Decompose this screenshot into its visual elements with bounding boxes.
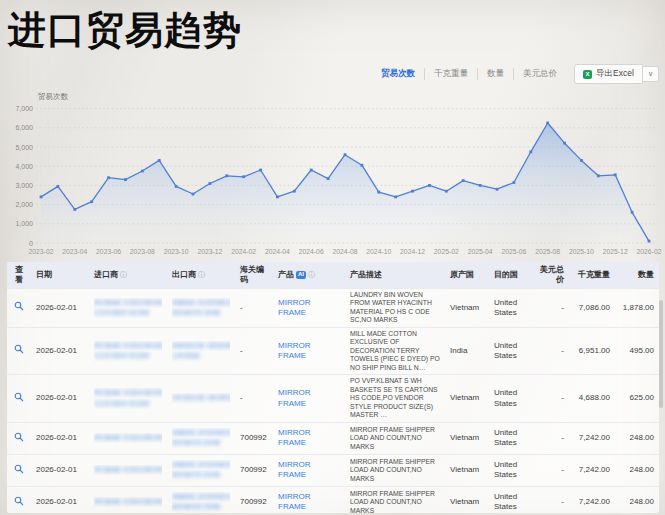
data-point[interactable]	[563, 142, 566, 145]
cell-importer[interactable]: RCBAE KSDOEHN I NC	[89, 422, 167, 454]
data-point[interactable]	[394, 196, 397, 199]
data-point[interactable]	[158, 159, 161, 162]
view-details-icon[interactable]	[14, 344, 24, 357]
y-axis-tick: 6,000	[15, 124, 33, 131]
data-point[interactable]	[73, 208, 76, 211]
data-point[interactable]	[462, 179, 465, 182]
data-point[interactable]	[546, 122, 549, 125]
column-header-label: 原产国	[450, 270, 474, 279]
export-dropdown-button[interactable]: ∨	[643, 66, 659, 82]
export-excel-button[interactable]: X 导出Excel	[574, 64, 643, 84]
data-point[interactable]	[445, 190, 448, 193]
data-point[interactable]	[360, 164, 363, 167]
cell-importer[interactable]: RCBAE KSDOEHN I NC	[89, 454, 167, 486]
data-point[interactable]	[479, 184, 482, 187]
data-point[interactable]	[107, 176, 110, 179]
data-point[interactable]	[242, 175, 245, 178]
column-header-label: 海关编码	[240, 265, 264, 284]
data-point[interactable]	[496, 188, 499, 191]
product-link[interactable]: MIRROR FRAME	[278, 298, 310, 317]
cell-exporter[interactable]: INBSK EODNKS VIEKWOS DHE	[167, 454, 235, 486]
cell-hs-code: 700992	[235, 454, 273, 486]
x-axis-tick: 2024-12	[400, 248, 425, 255]
cell-product: MIRROR FRAME	[273, 454, 345, 486]
info-icon[interactable]: ⓘ	[198, 271, 205, 278]
view-details-icon[interactable]	[14, 464, 24, 477]
data-point[interactable]	[56, 185, 59, 188]
data-point[interactable]	[141, 170, 144, 173]
tab-metric-3[interactable]: 美元总价	[513, 68, 566, 80]
data-point[interactable]	[344, 153, 347, 156]
data-point[interactable]	[580, 159, 583, 162]
redacted-text: RCBAE KSDOEHN I	[94, 388, 162, 397]
info-icon[interactable]: ⓘ	[308, 271, 315, 278]
x-axis-tick: 2023-10	[164, 248, 189, 255]
product-link[interactable]: MIRROR FRAME	[278, 388, 310, 407]
cell-origin: India	[445, 327, 489, 374]
data-point[interactable]	[40, 196, 43, 199]
data-point[interactable]	[276, 196, 279, 199]
data-point[interactable]	[90, 200, 93, 203]
data-point[interactable]	[327, 177, 330, 180]
data-point[interactable]	[124, 178, 127, 181]
cell-usd-total: -	[529, 486, 569, 513]
cell-kg-weight: 4,688.00	[569, 375, 615, 422]
view-details-icon[interactable]	[14, 392, 24, 405]
cell-date: 2026-02-01	[31, 375, 89, 422]
redacted-text: CCKSDH EOW	[94, 308, 149, 317]
cell-date: 2026-02-01	[31, 289, 89, 328]
cell-hs-code: -	[235, 327, 273, 374]
cell-exporter[interactable]: INBSK EODNKS VIEKWOS DHE	[167, 422, 235, 454]
data-point[interactable]	[597, 174, 600, 177]
cell-importer[interactable]: RCBAE KSDOEHN I NCCCKSDH EOW	[89, 327, 167, 374]
data-point[interactable]	[512, 181, 515, 184]
redacted-text: RCBAE KSDOEHN I	[94, 298, 162, 307]
cell-importer[interactable]: RCBAE KSDOEHN I NC	[89, 486, 167, 513]
cell-importer[interactable]: RCBAE KSDOEHN I NCCCKSDH EOW	[89, 375, 167, 422]
tab-metric-2[interactable]: 数量	[477, 68, 513, 80]
cell-product: MIRROR FRAME	[273, 422, 345, 454]
table-scrollbar[interactable]	[659, 300, 663, 408]
product-link[interactable]: MIRROR FRAME	[278, 460, 310, 479]
cell-description: MILL MADE COTTON EXCLUSIVE OF DECORATION…	[345, 327, 445, 374]
cell-exporter[interactable]: INBSK EODNKS VIEKWOS DHE	[167, 289, 235, 328]
trade-trend-chart[interactable]: 01,0002,0003,0004,0005,0006,0007,000贸易次数…	[0, 88, 665, 260]
page-title: 进口贸易趋势	[8, 6, 242, 54]
data-point[interactable]	[529, 150, 532, 153]
tab-metric-0[interactable]: 贸易次数	[372, 68, 424, 80]
data-point[interactable]	[192, 193, 195, 196]
product-link[interactable]: MIRROR FRAME	[278, 341, 310, 360]
view-details-icon[interactable]	[14, 432, 24, 445]
cell-exporter[interactable]: VKSDOE WOEKS TD	[167, 375, 235, 422]
cell-importer[interactable]: RCBAE KSDOEHN I NCCCKSDH EOW	[89, 289, 167, 328]
data-point[interactable]	[293, 190, 296, 193]
tab-metric-1[interactable]: 千克重量	[424, 68, 477, 80]
cell-exporter[interactable]: KBSDOE WSDKEO ESLIKSDE	[167, 327, 235, 374]
redacted-text: LIKSDE	[172, 351, 200, 360]
column-header-label: 产品	[278, 270, 294, 279]
data-point[interactable]	[614, 173, 617, 176]
data-point[interactable]	[175, 185, 178, 188]
data-point[interactable]	[310, 169, 313, 172]
product-link[interactable]: MIRROR FRAME	[278, 428, 310, 447]
redacted-text: RCBAE KSDOEHN I	[94, 465, 162, 474]
data-point[interactable]	[428, 184, 431, 187]
column-header-0: 查看	[7, 262, 31, 289]
data-point[interactable]	[377, 191, 380, 194]
table-row: 2026-02-01RCBAE KSDOEHN I NCCCKSDH EOWIN…	[7, 289, 659, 328]
data-point[interactable]	[631, 211, 634, 214]
cell-description: PO VVP.KLBNAT S WH BASKETS SE TS CARTONS…	[345, 375, 445, 422]
cell-origin: Vietnam	[445, 422, 489, 454]
info-icon[interactable]: ⓘ	[120, 271, 127, 278]
data-point[interactable]	[225, 174, 228, 177]
data-point[interactable]	[208, 182, 211, 185]
product-link[interactable]: MIRROR FRAME	[278, 492, 310, 511]
x-axis-tick: 2024-04	[265, 248, 290, 255]
data-point[interactable]	[648, 240, 651, 243]
redacted-text: RCBAE KSDOEHN I	[94, 433, 162, 442]
data-point[interactable]	[259, 169, 262, 172]
cell-exporter[interactable]: INBSK EODNKS VIEKWOS DHE	[167, 486, 235, 513]
data-point[interactable]	[411, 190, 414, 193]
view-details-icon[interactable]	[14, 301, 24, 314]
view-details-icon[interactable]	[14, 496, 24, 509]
